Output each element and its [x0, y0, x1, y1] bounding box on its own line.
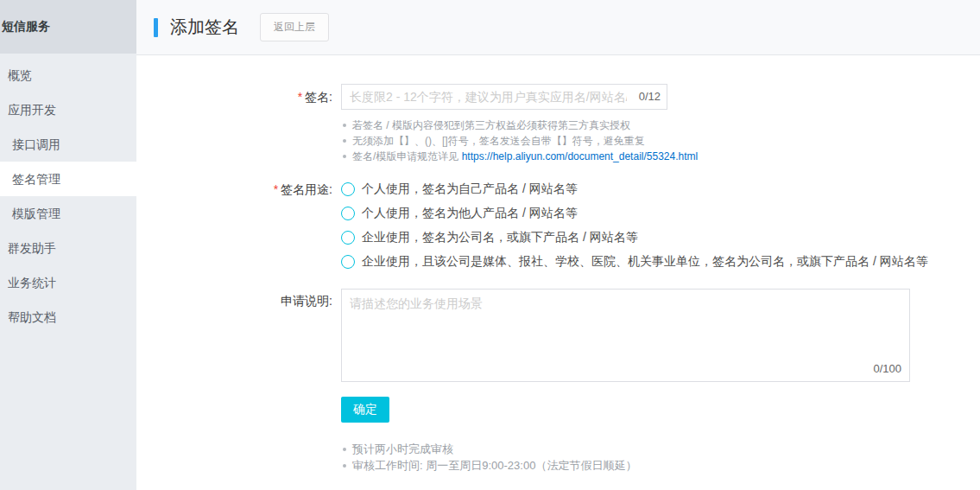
- usage-option-enterprise-institution[interactable]: 企业使用，且该公司是媒体、报社、学校、医院、机关事业单位，签名为公司名，或旗下产…: [341, 250, 928, 274]
- usage-label: *签名用途:: [136, 177, 332, 274]
- sidebar-item-statistics[interactable]: 业务统计: [0, 265, 136, 300]
- sidebar-item-signature-mgmt[interactable]: 签名管理: [0, 162, 136, 196]
- signature-tips-list: 若签名 / 模版内容侵犯到第三方权益必须获得第三方真实授权 无须添加【】、()、…: [341, 118, 980, 164]
- spec-doc-link[interactable]: https://help.aliyun.com/document_detail/…: [462, 150, 699, 162]
- usage-option-personal-own[interactable]: 个人使用，签名为自己产品名 / 网站名等: [341, 177, 928, 201]
- tip-item: 无须添加【】、()、[]符号，签名发送会自带【】符号，避免重复: [341, 133, 980, 149]
- sidebar-item-mass-send[interactable]: 群发助手: [0, 231, 136, 265]
- signature-row: *签名: 0/12: [136, 84, 980, 110]
- main-area: 添加签名 返回上层 *签名: 0/12 若签名 / 模版内容侵犯到第三方权益必须…: [136, 0, 980, 490]
- sidebar-item-template-mgmt[interactable]: 模版管理: [0, 196, 136, 231]
- radio-icon[interactable]: [341, 231, 355, 245]
- usage-option-enterprise[interactable]: 企业使用，签名为公司名，或旗下产品名 / 网站名等: [341, 226, 928, 250]
- description-char-counter: 0/100: [873, 362, 901, 375]
- form-content: *签名: 0/12 若签名 / 模版内容侵犯到第三方权益必须获得第三方真实授权 …: [136, 55, 980, 490]
- signature-input[interactable]: [341, 84, 667, 110]
- usage-label-text: 签名用途:: [281, 182, 332, 196]
- description-label: 申请说明:: [136, 289, 332, 382]
- submit-row: 确定: [341, 397, 980, 423]
- radio-icon[interactable]: [341, 207, 355, 220]
- sidebar-item-help-docs[interactable]: 帮助文档: [0, 300, 136, 334]
- back-button[interactable]: 返回上层: [260, 13, 329, 41]
- tip-item: 签名/模版申请规范详见 https://help.aliyun.com/docu…: [341, 149, 980, 164]
- usage-option-personal-other[interactable]: 个人使用，签名为他人产品名 / 网站名等: [341, 201, 928, 226]
- radio-icon[interactable]: [341, 182, 355, 196]
- review-notes-list: 预计两小时完成审核 审核工作时间: 周一至周日9:00-23:00（法定节假日顺…: [341, 441, 980, 474]
- page-title: 添加签名: [170, 16, 239, 39]
- tip-item: 若签名 / 模版内容侵犯到第三方权益必须获得第三方真实授权: [341, 118, 980, 133]
- signature-input-wrap: 0/12: [341, 84, 667, 110]
- page-header: 添加签名 返回上层: [136, 0, 980, 55]
- signature-char-counter: 0/12: [639, 84, 661, 110]
- title-accent-bar: [154, 18, 158, 37]
- description-field: 0/100: [341, 289, 910, 382]
- signature-field: 0/12: [341, 84, 667, 110]
- sidebar: 短信服务 概览 应用开发 接口调用 签名管理 模版管理 群发助手 业务统计 帮助…: [0, 0, 136, 490]
- radio-icon[interactable]: [341, 255, 355, 269]
- sidebar-item-app-dev[interactable]: 应用开发: [0, 92, 136, 127]
- description-textarea-wrap: 0/100: [341, 289, 910, 382]
- sidebar-nav: 概览 应用开发 接口调用 签名管理 模版管理 群发助手 业务统计 帮助文档: [0, 54, 136, 334]
- required-asterisk: *: [298, 90, 302, 104]
- review-note: 预计两小时完成审核: [341, 441, 980, 457]
- description-row: 申请说明: 0/100: [136, 289, 980, 382]
- usage-row: *签名用途: 个人使用，签名为自己产品名 / 网站名等 个人使用，签名为他人产品…: [136, 177, 980, 274]
- description-textarea[interactable]: [341, 289, 910, 382]
- signature-label-text: 签名:: [305, 90, 332, 104]
- usage-options: 个人使用，签名为自己产品名 / 网站名等 个人使用，签名为他人产品名 / 网站名…: [341, 177, 928, 274]
- review-note: 审核工作时间: 周一至周日9:00-23:00（法定节假日顺延）: [341, 457, 980, 474]
- confirm-button[interactable]: 确定: [341, 397, 389, 423]
- signature-label: *签名:: [136, 84, 332, 110]
- sidebar-item-api-call[interactable]: 接口调用: [0, 127, 136, 162]
- app-window: 短信服务 概览 应用开发 接口调用 签名管理 模版管理 群发助手 业务统计 帮助…: [0, 0, 980, 490]
- required-asterisk: *: [274, 182, 278, 196]
- sidebar-item-overview[interactable]: 概览: [0, 58, 136, 92]
- sidebar-title: 短信服务: [0, 0, 136, 54]
